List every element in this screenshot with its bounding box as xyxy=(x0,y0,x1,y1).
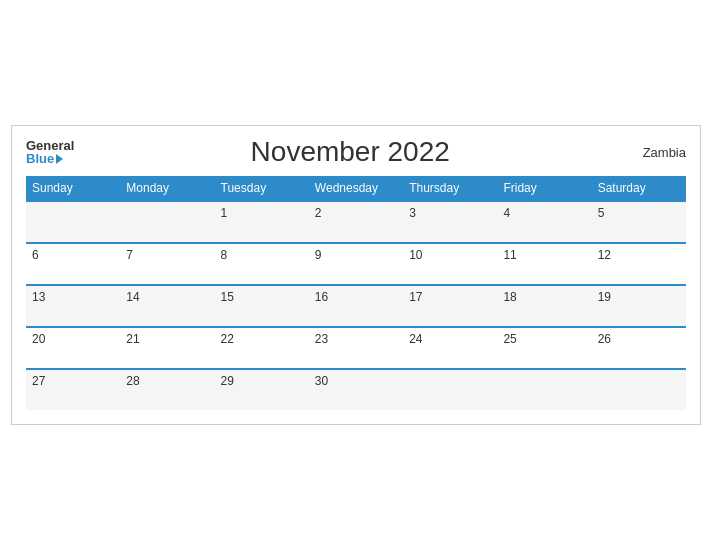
day-number: 4 xyxy=(503,206,510,220)
calendar-day-cell: 28 xyxy=(120,369,214,410)
calendar-day-cell: 18 xyxy=(497,285,591,327)
calendar-day-cell: 11 xyxy=(497,243,591,285)
day-number: 29 xyxy=(221,374,234,388)
calendar-day-cell: 17 xyxy=(403,285,497,327)
day-number: 3 xyxy=(409,206,416,220)
calendar-day-cell: 21 xyxy=(120,327,214,369)
calendar-day-cell: 25 xyxy=(497,327,591,369)
day-number: 5 xyxy=(598,206,605,220)
day-number: 1 xyxy=(221,206,228,220)
header-monday: Monday xyxy=(120,176,214,201)
day-number: 12 xyxy=(598,248,611,262)
calendar-day-cell: 10 xyxy=(403,243,497,285)
header-wednesday: Wednesday xyxy=(309,176,403,201)
calendar-day-cell: 13 xyxy=(26,285,120,327)
day-number: 10 xyxy=(409,248,422,262)
day-number: 23 xyxy=(315,332,328,346)
calendar-header: General Blue November 2022 Zambia xyxy=(26,136,686,168)
calendar-day-cell xyxy=(497,369,591,410)
day-number: 20 xyxy=(32,332,45,346)
day-number: 8 xyxy=(221,248,228,262)
header-sunday: Sunday xyxy=(26,176,120,201)
day-number: 15 xyxy=(221,290,234,304)
calendar-day-cell: 29 xyxy=(215,369,309,410)
day-number: 28 xyxy=(126,374,139,388)
calendar-day-cell: 24 xyxy=(403,327,497,369)
calendar-day-cell: 12 xyxy=(592,243,686,285)
day-number: 26 xyxy=(598,332,611,346)
day-number: 18 xyxy=(503,290,516,304)
calendar-day-cell: 5 xyxy=(592,201,686,243)
day-number: 9 xyxy=(315,248,322,262)
calendar-week-row: 12345 xyxy=(26,201,686,243)
logo-blue-text: Blue xyxy=(26,152,74,165)
calendar-day-cell: 3 xyxy=(403,201,497,243)
calendar-day-cell xyxy=(26,201,120,243)
header-tuesday: Tuesday xyxy=(215,176,309,201)
calendar-day-cell: 16 xyxy=(309,285,403,327)
day-number: 13 xyxy=(32,290,45,304)
calendar-thead: Sunday Monday Tuesday Wednesday Thursday… xyxy=(26,176,686,201)
calendar-day-cell: 19 xyxy=(592,285,686,327)
calendar-day-cell xyxy=(592,369,686,410)
day-number: 24 xyxy=(409,332,422,346)
day-number: 11 xyxy=(503,248,516,262)
header-saturday: Saturday xyxy=(592,176,686,201)
calendar-day-cell: 14 xyxy=(120,285,214,327)
calendar-day-cell: 26 xyxy=(592,327,686,369)
calendar-day-cell: 2 xyxy=(309,201,403,243)
calendar-day-cell: 23 xyxy=(309,327,403,369)
calendar-day-cell xyxy=(403,369,497,410)
day-number: 30 xyxy=(315,374,328,388)
logo: General Blue xyxy=(26,139,74,165)
day-number: 16 xyxy=(315,290,328,304)
day-number: 19 xyxy=(598,290,611,304)
day-number: 2 xyxy=(315,206,322,220)
logo-triangle-icon xyxy=(56,154,63,164)
calendar-body: 1234567891011121314151617181920212223242… xyxy=(26,201,686,410)
day-number: 6 xyxy=(32,248,39,262)
calendar-day-cell: 7 xyxy=(120,243,214,285)
calendar-day-cell xyxy=(120,201,214,243)
day-number: 22 xyxy=(221,332,234,346)
calendar-day-cell: 8 xyxy=(215,243,309,285)
calendar-day-cell: 30 xyxy=(309,369,403,410)
calendar-day-cell: 4 xyxy=(497,201,591,243)
weekday-header-row: Sunday Monday Tuesday Wednesday Thursday… xyxy=(26,176,686,201)
calendar-day-cell: 20 xyxy=(26,327,120,369)
calendar-week-row: 27282930 xyxy=(26,369,686,410)
calendar-day-cell: 9 xyxy=(309,243,403,285)
calendar-day-cell: 22 xyxy=(215,327,309,369)
calendar-day-cell: 1 xyxy=(215,201,309,243)
calendar-week-row: 6789101112 xyxy=(26,243,686,285)
calendar-day-cell: 27 xyxy=(26,369,120,410)
day-number: 14 xyxy=(126,290,139,304)
day-number: 7 xyxy=(126,248,133,262)
calendar: General Blue November 2022 Zambia Sunday… xyxy=(11,125,701,425)
calendar-week-row: 13141516171819 xyxy=(26,285,686,327)
calendar-table: Sunday Monday Tuesday Wednesday Thursday… xyxy=(26,176,686,410)
day-number: 27 xyxy=(32,374,45,388)
day-number: 17 xyxy=(409,290,422,304)
month-title: November 2022 xyxy=(74,136,626,168)
country-name: Zambia xyxy=(626,145,686,160)
header-thursday: Thursday xyxy=(403,176,497,201)
day-number: 21 xyxy=(126,332,139,346)
calendar-day-cell: 15 xyxy=(215,285,309,327)
calendar-day-cell: 6 xyxy=(26,243,120,285)
calendar-week-row: 20212223242526 xyxy=(26,327,686,369)
header-friday: Friday xyxy=(497,176,591,201)
day-number: 25 xyxy=(503,332,516,346)
